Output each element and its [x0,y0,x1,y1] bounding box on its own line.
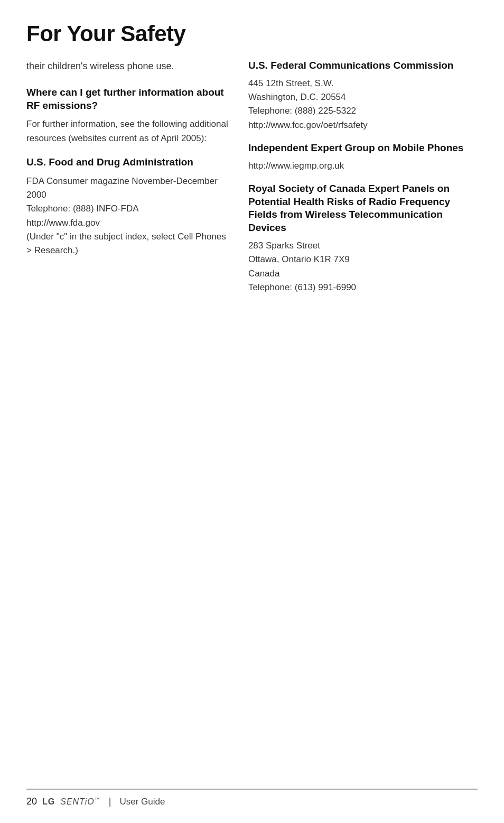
rf-emissions-body: For further information, see the followi… [26,117,232,145]
footer-page-number: 20 [26,796,37,807]
fcc-body: 445 12th Street, S.W.Washington, D.C. 20… [248,77,478,132]
fcc-heading: U.S. Federal Communications Commission [248,59,478,72]
page-container: For Your Safety their children's wireles… [0,0,504,823]
fda-body: FDA Consumer magazine November-December … [26,174,232,258]
footer-brand-sentio: SENTiO™ [60,797,100,807]
intro-text: their children's wireless phone use. [26,59,232,73]
footer-divider: | [109,796,111,807]
page-title: For Your Safety [26,21,478,47]
two-column-layout: their children's wireless phone use. Whe… [26,59,478,304]
trademark-symbol: ™ [95,797,100,802]
right-column: U.S. Federal Communications Commission 4… [243,59,478,304]
page-footer: 20 LG SENTiO™ | User Guide [26,789,478,807]
fda-heading: U.S. Food and Drug Administration [26,156,232,169]
iegmp-heading: Independent Expert Group on Mobile Phone… [248,142,478,155]
rf-emissions-heading: Where can I get further information abou… [26,86,232,112]
iegmp-body: http://www.iegmp.org.uk [248,159,478,173]
left-column: their children's wireless phone use. Whe… [26,59,243,304]
footer-brand-lg: LG [42,797,55,807]
royal-society-heading: Royal Society of Canada Expert Panels on… [248,182,478,235]
footer-guide-text: User Guide [119,797,165,807]
royal-society-body: 283 Sparks StreetOttawa, Ontario K1R 7X9… [248,239,478,294]
